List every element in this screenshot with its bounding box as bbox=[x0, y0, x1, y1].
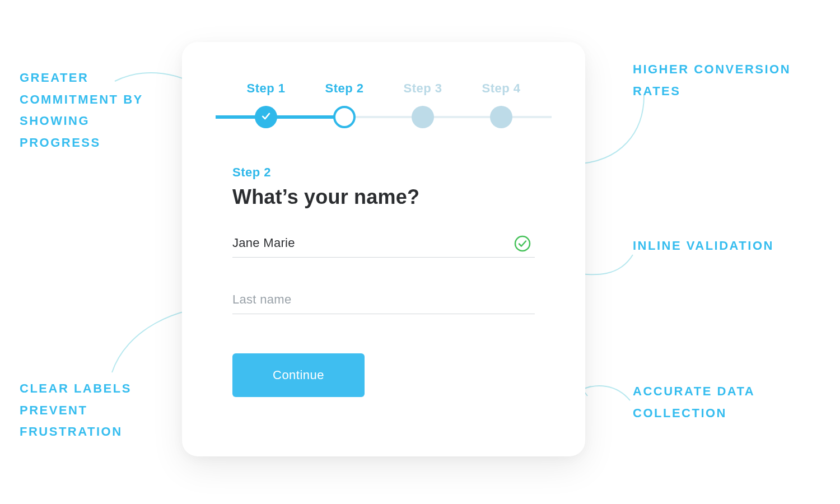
svg-point-0 bbox=[515, 236, 530, 251]
step-dot-1[interactable] bbox=[255, 106, 277, 128]
form-card: Step 1 Step 2 Step 3 Step 4 bbox=[182, 42, 585, 456]
section-title: What’s your name? bbox=[232, 185, 535, 209]
step-label-2: Step 2 bbox=[311, 81, 378, 96]
last-name-input[interactable] bbox=[232, 292, 498, 307]
section-step-label: Step 2 bbox=[232, 165, 535, 180]
first-name-field bbox=[232, 236, 535, 258]
last-name-field bbox=[232, 292, 535, 314]
step-label-4: Step 4 bbox=[468, 81, 535, 96]
annotation-inline-validation: INLINE VALIDATION bbox=[633, 235, 818, 257]
step-label-1: Step 1 bbox=[232, 81, 300, 96]
step-dot-3[interactable] bbox=[412, 106, 434, 128]
step-label-3: Step 3 bbox=[389, 81, 456, 96]
check-icon bbox=[260, 110, 272, 124]
step-dot-4[interactable] bbox=[490, 106, 512, 128]
step-dot-2[interactable] bbox=[333, 106, 356, 128]
annotation-progress: GREATER COMMITMENT BY SHOWING PROGRESS bbox=[20, 67, 171, 153]
annotation-data-collection: ACCURATE DATA COLLECTION bbox=[633, 381, 823, 424]
progress-stepper: Step 1 Step 2 Step 3 Step 4 bbox=[232, 81, 535, 132]
check-circle-icon bbox=[514, 235, 531, 255]
annotation-clear-labels: CLEAR LABELS PREVENT FRUSTRATION bbox=[20, 378, 171, 443]
annotation-conversion: HIGHER CONVERSION RATES bbox=[633, 59, 818, 102]
continue-button[interactable]: Continue bbox=[232, 353, 365, 397]
first-name-input[interactable] bbox=[232, 236, 498, 250]
